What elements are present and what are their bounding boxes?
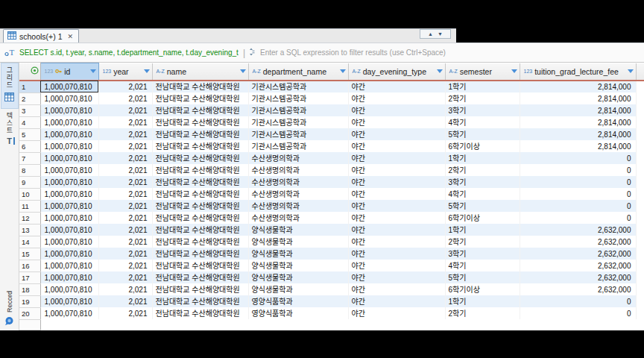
cell[interactable]: 2,814,000 [520,81,636,93]
cell[interactable]: 2,632,000 [520,271,636,283]
cell[interactable]: 양식생물학과 [248,260,348,271]
row-number[interactable]: 14 [19,236,40,248]
cell[interactable]: 전남대학교 수산해양대학원 [152,152,248,164]
cell[interactable]: 2,021 [98,283,152,295]
column-header-id[interactable]: 123id [40,63,98,81]
row-number[interactable]: 1 [19,81,40,93]
row-number[interactable]: 13 [19,224,40,236]
cell[interactable]: 전남대학교 수산해양대학원 [152,116,248,128]
table-row[interactable]: 81,000,070,8102,021전남대학교 수산해양대학원수산생명의학과야… [19,164,644,176]
cell[interactable]: 2,021 [98,188,152,200]
cell[interactable]: 6학기이상 [445,283,520,295]
cell[interactable]: 2,021 [98,260,152,271]
cell[interactable]: 5학기 [445,200,520,212]
cell[interactable]: 0 [520,295,636,307]
cell[interactable]: 1학기 [445,295,520,307]
row-number[interactable]: 7 [19,152,40,164]
column-header-department_name[interactable]: A-Zdepartment_name [248,63,348,81]
cell[interactable]: 기관시스템공학과 [248,116,348,128]
row-number[interactable]: 5 [19,128,40,140]
cell[interactable]: 전남대학교 수산해양대학원 [152,307,248,319]
table-row[interactable]: 101,000,070,8102,021전남대학교 수산해양대학원수산생명의학과… [19,188,644,200]
table-row[interactable]: 131,000,070,8102,021전남대학교 수산해양대학원양식생물학과야… [19,224,644,236]
filter-dropdown-icon[interactable] [90,69,96,73]
cell[interactable]: 야간 [348,116,445,128]
cell[interactable]: 1학기 [445,152,520,164]
cell[interactable]: 야간 [348,212,445,224]
row-number[interactable]: 2 [19,92,40,104]
cell[interactable]: 1,000,070,810 [40,104,98,116]
cell[interactable]: 양식생물학과 [248,236,348,248]
cell[interactable]: 전남대학교 수산해양대학원 [152,188,248,200]
cell[interactable]: 2,021 [98,81,152,93]
cell[interactable]: 2,632,000 [520,236,636,248]
cell[interactable]: 1,000,070,810 [40,176,98,188]
cell[interactable]: 야간 [348,92,445,104]
row-number[interactable]: 19 [19,295,40,307]
table-row[interactable]: 71,000,070,8102,021전남대학교 수산해양대학원수산생명의학과야… [19,152,644,164]
cell[interactable]: 2,814,000 [520,104,636,116]
cell[interactable]: 2,814,000 [520,92,636,104]
cell[interactable]: 3학기 [445,248,520,260]
cell[interactable]: 수산생명의학과 [248,188,348,200]
cell[interactable]: 2,021 [98,140,152,152]
table-row[interactable]: 121,000,070,8102,021전남대학교 수산해양대학원수산생명의학과… [19,212,644,224]
cell[interactable]: 2,021 [98,164,152,176]
cell[interactable]: 5학기 [445,128,520,140]
cell[interactable]: 전남대학교 수산해양대학원 [152,164,248,176]
cell[interactable]: 야간 [348,307,445,319]
cell[interactable]: 전남대학교 수산해양대학원 [152,224,248,236]
cell[interactable]: 4학기 [445,116,520,128]
row-number[interactable]: 8 [19,164,40,176]
cell[interactable]: 전남대학교 수산해양대학원 [152,200,248,212]
table-row[interactable]: 111,000,070,8102,021전남대학교 수산해양대학원수산생명의학과… [19,200,644,212]
cell[interactable]: 전남대학교 수산해양대학원 [152,260,248,271]
cell[interactable]: 전남대학교 수산해양대학원 [152,81,248,93]
tab-schools[interactable]: schools(+) 1 ✕ [3,29,79,43]
restore-icon[interactable]: ▼ [438,31,443,37]
table-row[interactable]: 51,000,070,8102,021전남대학교 수산해양대학원기관시스템공학과… [19,128,644,140]
cell[interactable]: 2,021 [98,104,152,116]
cell[interactable]: 2,021 [98,307,152,319]
row-number[interactable]: 3 [19,104,40,116]
cell[interactable]: 6학기이상 [445,212,520,224]
cell[interactable]: 1,000,070,810 [40,140,98,152]
cell[interactable]: 야간 [348,152,445,164]
cell[interactable]: 기관시스템공학과 [248,92,348,104]
cell[interactable]: 0 [520,152,636,164]
table-row[interactable]: 191,000,070,8102,021전남대학교 수산해양대학원영양식품학과야… [19,295,644,307]
cell[interactable]: 1학기 [445,224,520,236]
cell[interactable]: 야간 [348,128,445,140]
column-header-semester[interactable]: A-Zsemester [445,63,520,81]
cell[interactable]: 2,021 [98,271,152,283]
table-row[interactable]: 171,000,070,8102,021전남대학교 수산해양대학원양식생물학과야… [19,271,644,283]
cell[interactable]: 3학기 [445,176,520,188]
cell[interactable]: 1,000,070,810 [40,92,98,104]
cell[interactable]: 전남대학교 수산해양대학원 [152,128,248,140]
cell[interactable]: 수산생명의학과 [248,152,348,164]
cell[interactable]: 기관시스템공학과 [248,81,348,93]
expand-filter-icon[interactable] [248,46,256,60]
cell[interactable]: 전남대학교 수산해양대학원 [152,236,248,248]
cell[interactable]: 전남대학교 수산해양대학원 [152,92,248,104]
cell[interactable]: 1,000,070,810 [40,200,98,212]
table-row[interactable]: 61,000,070,8102,021전남대학교 수산해양대학원기관시스템공학과… [19,140,644,152]
cell[interactable]: 2,021 [98,116,152,128]
cell[interactable]: 2,814,000 [520,128,636,140]
cell[interactable]: 야간 [348,271,445,283]
cell[interactable]: 0 [520,188,636,200]
cell[interactable]: 1,000,070,810 [40,295,98,307]
cell[interactable]: 수산생명의학과 [248,176,348,188]
cell[interactable]: 양식생물학과 [248,248,348,260]
cell[interactable]: 2,632,000 [520,283,636,295]
cell[interactable]: 2,632,000 [520,224,636,236]
cell[interactable]: 2학기 [445,236,520,248]
cell[interactable]: 전남대학교 수산해양대학원 [152,140,248,152]
cell[interactable]: 2,021 [98,295,152,307]
cell[interactable]: 5학기 [445,271,520,283]
row-number[interactable]: 17 [19,271,40,283]
cell[interactable]: 영양식품학과 [248,295,348,307]
filter-dropdown-icon[interactable] [144,69,150,73]
cell[interactable]: 야간 [348,188,445,200]
cell[interactable]: 야간 [348,104,445,116]
